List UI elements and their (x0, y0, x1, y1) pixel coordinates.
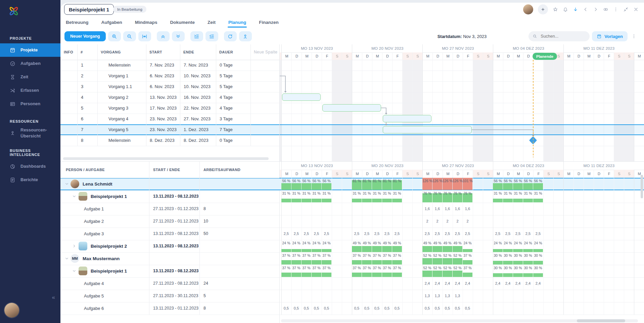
vorgang-row-4[interactable]: 4Vorgang 213. Nov. 202316. Nov. 20234 Ta… (60, 92, 279, 103)
user-avatar[interactable] (4, 303, 19, 318)
vertical-scrollbar[interactable] (641, 175, 643, 198)
sidebar-item-projekte[interactable]: Projekte (0, 43, 60, 57)
close-icon[interactable] (633, 7, 639, 12)
vorgang-row-2[interactable]: 2Vorgang 16. Nov. 202310. Nov. 20235 Tag… (60, 71, 279, 82)
search-icon (533, 34, 537, 39)
indent-button[interactable] (190, 31, 203, 41)
neuer-vorgang-button[interactable]: Neuer Vorgang (64, 31, 106, 41)
chevron-down-icon[interactable] (64, 256, 69, 261)
fit-width-button[interactable] (138, 31, 151, 41)
toolbar-kebab-icon[interactable] (631, 34, 637, 39)
refresh-button[interactable] (224, 31, 237, 41)
vorgang-row-7[interactable]: 7Vorgang 523. Nov. 20231. Dez. 20237 Tag… (60, 124, 279, 135)
arrow-down-icon[interactable] (573, 7, 578, 12)
hours-value: 2,4 (523, 277, 533, 289)
workload-row-aufgabe-5[interactable]: Aufgabe 527.11.2023 - 30.11.202351,31,31… (60, 290, 644, 302)
chevron-left-icon[interactable] (583, 7, 588, 12)
workload-row-lena-schmidt[interactable]: Lena Schmidt56 %56 %56 %56 %56 %81 %81 %… (60, 178, 644, 191)
tab-dokumente[interactable]: Dokumente (170, 18, 196, 28)
utilization-value: 37 % (382, 253, 392, 257)
tab-zeit[interactable]: Zeit (207, 18, 216, 28)
sidebar-item-berichte[interactable]: Berichte (0, 173, 60, 187)
tab-aufgaben[interactable]: Aufgaben (101, 18, 123, 28)
chevron-down-icon[interactable] (64, 181, 69, 186)
gantt-bar-vorgang-4[interactable] (383, 115, 431, 122)
sidebar-section-header: PROJEKTE (0, 32, 60, 43)
chevron-down-icon[interactable] (72, 194, 77, 199)
workload-row-aufgabe-4[interactable]: Aufgabe 427.11.2023 - 08.12.2023242,42,4… (60, 277, 644, 290)
day-cell-weekend: S (553, 170, 564, 178)
workload-row-beispielprojekt-1[interactable]: Beispielprojekt 113.11.2023 - 08.12.2023… (60, 265, 644, 278)
vorlagen-button[interactable]: Vorlagen (592, 31, 628, 41)
planende-badge[interactable]: Planende (533, 53, 557, 60)
workload-row-max-mustermann[interactable]: MMMax Mustermann37 %37 %37 %37 %37 %37 %… (60, 252, 644, 265)
utilization-cell: 31 % (372, 190, 382, 202)
chevron-right-icon[interactable] (593, 7, 598, 12)
week-label: MO 27 NOV 2023 (422, 44, 493, 52)
utilization-bar (523, 183, 533, 190)
workload-row-aufgabe-2[interactable]: Aufgabe 227.11.2023 - 01.12.20231022222 (60, 215, 644, 228)
status-badge[interactable]: In Bearbeitung (113, 6, 146, 13)
hours-value: 2 (422, 215, 432, 227)
project-title[interactable]: Beispielprojekt 1 (64, 4, 114, 15)
vorgang-row-5[interactable]: 5Vorgang 317. Nov. 202322. Nov. 20234 Ta… (60, 103, 279, 114)
tab-finanzen[interactable]: Finanzen (258, 18, 279, 28)
utilization-bar (493, 261, 503, 265)
person-avatar[interactable] (71, 179, 79, 188)
sidebar-item-label: Personen (20, 101, 40, 107)
sidebar-item-ressourcen-bersicht[interactable]: Ressourcen-Übersicht (0, 126, 60, 140)
chevron-right-icon[interactable] (72, 244, 77, 248)
plan-end-line (533, 60, 534, 157)
zoom-in-button[interactable] (108, 31, 121, 41)
workload-row-beispielprojekt-2[interactable]: Beispielprojekt 213.11.2023 - 08.12.2023… (60, 240, 644, 253)
sidebar-collapse-icon[interactable]: « (52, 294, 55, 301)
workload-row-aufgabe-1[interactable]: Aufgabe 127.11.2023 - 01.12.202381,61,61… (60, 203, 644, 215)
workload-row-aufgabe-3[interactable]: Aufgabe 313.11.2023 - 08.12.2023502,52,5… (60, 228, 644, 240)
vorgang-row-8[interactable]: 8Meilenstein8. Dez. 20238. Dez. 20230 Ta… (60, 135, 279, 146)
kebab-icon[interactable] (613, 7, 618, 12)
search-input[interactable] (540, 34, 586, 39)
star-icon[interactable] (553, 7, 558, 12)
vorgang-row-1[interactable]: 1Meilenstein7. Nov. 20237. Nov. 20230 Ta… (60, 60, 279, 71)
workload-row-beispielprojekt-1[interactable]: Beispielprojekt 113.11.2023 - 08.12.2023… (60, 190, 644, 203)
expand-all-button[interactable] (172, 31, 185, 41)
utilization-bar (362, 199, 372, 202)
gantt-bar-vorgang-3[interactable] (322, 104, 381, 112)
row-effort: 10 (203, 215, 208, 228)
gantt-bar-vorgang-5[interactable] (383, 126, 472, 133)
table-horizontal-scrollbar[interactable] (63, 157, 269, 160)
zoom-out-button[interactable] (123, 31, 136, 41)
horizontal-scrollbar-thumb[interactable] (577, 319, 625, 322)
horizontal-scrollbar[interactable] (281, 319, 638, 322)
collapse-icon[interactable] (623, 7, 629, 12)
sidebar-section-header: RESSOURCEN (0, 115, 60, 126)
link-icon[interactable] (603, 7, 608, 12)
toolbar-buttons (108, 31, 252, 41)
chevron-down-icon[interactable] (72, 269, 77, 273)
header-avatar[interactable] (523, 4, 533, 14)
sidebar-item-erfassen[interactable]: Erfassen (0, 84, 60, 97)
utilization-bar (503, 261, 513, 265)
person-avatar[interactable]: MM (71, 254, 79, 263)
week-label: MO 04 DEZ 2023 (493, 162, 564, 170)
plus-button[interactable] (538, 4, 548, 14)
tab-betreuung[interactable]: Betreuung (65, 18, 89, 28)
sidebar-item-personen[interactable]: Personen (0, 97, 60, 111)
collapse-all-button[interactable] (157, 31, 170, 41)
gantt-bar-vorgang-2[interactable] (282, 93, 321, 101)
utilization-cell: 56 % (312, 178, 321, 190)
utilization-cell: 1,6 (432, 203, 442, 215)
sidebar-item-dashboards[interactable]: Dashboards (0, 160, 60, 173)
vorgang-row-3[interactable]: 3Vorgang 1.16. Nov. 202310. Nov. 20235 T… (60, 81, 279, 92)
sidebar-item-aufgaben[interactable]: Aufgaben (0, 57, 60, 70)
bell-icon[interactable] (563, 7, 568, 12)
assignee-button[interactable] (239, 31, 252, 41)
sidebar-item-zeit[interactable]: Zeit (0, 70, 60, 84)
outdent-button[interactable] (205, 31, 218, 41)
tab-planung[interactable]: Planung (228, 18, 247, 28)
vorgang-row-6[interactable]: 6Vorgang 423. Nov. 202327. Nov. 20233 Ta… (60, 114, 279, 125)
sidebar-item-label: Ressourcen-Übersicht (20, 127, 58, 139)
workload-row-aufgabe-6[interactable]: Aufgabe 613.11.2023 - 01.12.202380,50,50… (60, 302, 644, 315)
tab-mindmaps[interactable]: Mindmaps (134, 18, 158, 28)
utilization-bar (443, 271, 452, 277)
